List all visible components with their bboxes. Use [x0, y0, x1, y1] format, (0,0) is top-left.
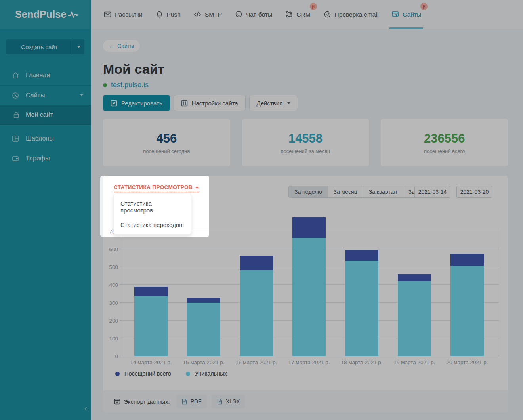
page-title: Мой сайт — [103, 61, 164, 77]
date-to-input[interactable]: 2021-03-20 — [456, 186, 492, 198]
site-settings-button[interactable]: Настройки сайта — [174, 95, 246, 111]
chart-legend: Посещений всего Уникальных — [115, 370, 227, 377]
export-icon — [114, 398, 120, 405]
actions-dropdown-button[interactable]: Действия — [249, 95, 298, 111]
create-site-label: Создать сайт — [6, 39, 73, 54]
stats-type-dropdown[interactable]: СТАТИСТИКА ПРОСМОТРОВ — [114, 184, 199, 192]
chevron-up-icon — [195, 186, 199, 188]
sidebar-item-label: Сайты — [26, 92, 45, 99]
export-pdf-label: PDF — [191, 398, 202, 405]
date-from-input[interactable]: 2021-03-14 — [414, 186, 450, 198]
back-label: Сайты — [117, 43, 134, 49]
tick-mark — [120, 284, 122, 285]
stat-label: посещений сегодня — [143, 148, 190, 154]
tab-label: Проверка email — [335, 11, 379, 18]
sidebar-item-home[interactable]: Главная — [0, 65, 91, 85]
site-domain-link[interactable]: test.pulse.is — [111, 81, 149, 89]
edit-button[interactable]: Редактировать — [103, 95, 170, 111]
export-footer: Экспорт данных: PDF XLSX — [103, 390, 508, 412]
range-button-group: За неделю За месяц За квартал За год — [288, 186, 430, 198]
beta-badge: β — [420, 3, 428, 10]
bar-segment-unique[interactable] — [450, 266, 484, 356]
bar-19 марта 2021 р.[interactable] — [398, 274, 431, 356]
bar-segment-total[interactable] — [134, 287, 168, 296]
sidebar-collapse-button[interactable]: ‹ — [84, 405, 87, 412]
tab-label: Чат-боты — [246, 11, 272, 18]
action-buttons-row: Редактировать Настройки сайта Действия — [103, 95, 298, 111]
bar-segment-unique[interactable] — [398, 281, 431, 356]
bar-segment-unique[interactable] — [345, 261, 378, 356]
bar-segment-total[interactable] — [398, 274, 431, 281]
export-pdf-button[interactable]: PDF — [176, 395, 207, 408]
tab-email-verify[interactable]: Проверка email — [324, 0, 379, 29]
legend-item-unique[interactable]: Уникальных — [186, 370, 227, 377]
bar-segment-total[interactable] — [450, 254, 484, 266]
sidebar-item-label: Шаблоны — [26, 135, 54, 142]
bar-14 марта 2021 р.[interactable] — [134, 287, 168, 356]
tick-mark — [120, 320, 122, 321]
export-xlsx-button[interactable]: XLSX — [212, 395, 245, 408]
range-month-button[interactable]: За месяц — [328, 186, 363, 198]
sidebar-item-label: Тарифы — [26, 155, 50, 162]
tab-push[interactable]: Push — [156, 0, 181, 29]
sidebar-item-my-site[interactable]: Мой сайт — [0, 105, 91, 125]
file-icon — [181, 399, 187, 405]
statistics-card: СТАТИСТИКА ПРОСМОТРОВ Статистика просмот… — [103, 176, 508, 412]
tick-mark — [120, 302, 122, 303]
y-tick-label: 500 — [102, 264, 118, 270]
bar-segment-total[interactable] — [187, 298, 220, 303]
x-tick-label: 18 марта 2021 р. — [336, 359, 388, 365]
logo-text: SendPulse — [15, 9, 67, 20]
export-xlsx-label: XLSX — [226, 398, 240, 405]
y-tick-label: 300 — [102, 300, 118, 306]
tab-sites[interactable]: Сайты β — [391, 0, 421, 29]
tab-chatbots[interactable]: Чат-боты — [235, 0, 272, 29]
bar-20 марта 2021 р.[interactable] — [450, 254, 484, 356]
bar-segment-unique[interactable] — [292, 238, 326, 356]
tick-mark — [120, 267, 122, 267]
tab-crm[interactable]: CRM β — [285, 0, 310, 29]
bar-segment-total[interactable] — [292, 217, 326, 238]
bar-17 марта 2021 р.[interactable] — [292, 217, 326, 356]
menu-item-transitions[interactable]: Статистика переходов — [114, 218, 191, 232]
stat-value: 456 — [156, 132, 177, 146]
file-icon — [217, 399, 223, 405]
bar-segment-unique[interactable] — [134, 296, 168, 356]
bar-segment-unique[interactable] — [240, 270, 273, 356]
browser-cursor-icon — [391, 11, 399, 18]
sidebar-item-sites[interactable]: Сайты — [0, 85, 91, 105]
actions-label: Действия — [257, 100, 283, 107]
range-week-button[interactable]: За неделю — [288, 186, 328, 198]
bar-segment-total[interactable] — [240, 256, 273, 270]
create-site-caret[interactable] — [73, 39, 84, 54]
bar-15 марта 2021 р.[interactable] — [187, 298, 220, 357]
bar-segment-unique[interactable] — [187, 303, 220, 356]
menu-item-views[interactable]: Статистика просмотров — [114, 196, 191, 218]
sidebar-item-label: Мой сайт — [26, 111, 53, 118]
bar-segment-total[interactable] — [345, 250, 378, 261]
chat-icon — [235, 11, 242, 18]
tab-mailings[interactable]: Рассылки — [104, 0, 143, 29]
create-site-button[interactable]: Создать сайт — [6, 39, 84, 54]
top-navbar: Рассылки Push SMTP Чат-боты CRM β Провер… — [91, 0, 523, 29]
y-tick-label: 200 — [102, 318, 118, 324]
tab-smtp[interactable]: SMTP — [194, 0, 222, 29]
pulse-icon — [68, 10, 78, 19]
logo[interactable]: SendPulse — [0, 0, 91, 29]
sidebar-item-pricing[interactable]: Тарифы — [0, 149, 91, 168]
sidebar-item-templates[interactable]: Шаблоны — [0, 129, 91, 149]
y-tick-label: 100 — [102, 336, 118, 342]
wallet-icon — [12, 155, 19, 162]
code-icon — [194, 11, 201, 18]
tick-mark — [120, 356, 122, 356]
range-quarter-button[interactable]: За квартал — [363, 186, 403, 198]
tick-mark — [120, 338, 122, 338]
bar-16 марта 2021 р.[interactable] — [240, 256, 273, 356]
bar-18 марта 2021 р.[interactable] — [345, 250, 378, 356]
check-circle-icon — [324, 11, 331, 18]
stats-row: 456 посещений сегодня 14558 посещений за… — [103, 119, 508, 166]
back-to-sites-link[interactable]: ← Сайты — [103, 40, 140, 52]
beta-badge: β — [310, 3, 317, 10]
envelope-icon — [104, 11, 111, 18]
legend-item-total[interactable]: Посещений всего — [115, 370, 171, 377]
